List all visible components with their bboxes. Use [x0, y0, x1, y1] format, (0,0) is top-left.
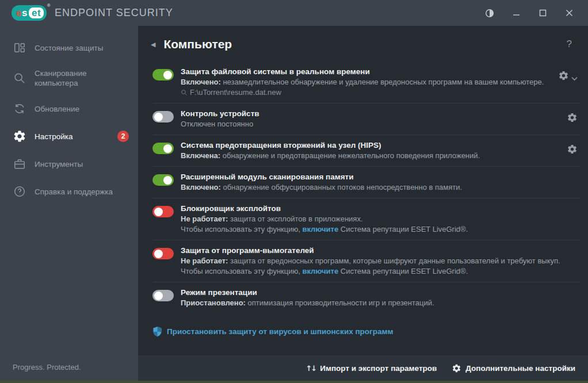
setting-row-device-control: Контроль устройств Отключен постоянно — [152, 104, 580, 135]
tagline: Progress. Protected. — [13, 363, 81, 371]
toggle-hips[interactable] — [152, 143, 174, 154]
main-content: ◀ Компьютер ? Защита файловой системы в … — [138, 26, 588, 381]
settings-list: Защита файловой системы в реальном време… — [152, 62, 580, 313]
tools-icon — [13, 157, 26, 171]
help-question-icon[interactable]: ? — [567, 39, 572, 50]
minimize-button[interactable] — [505, 5, 527, 22]
setting-status: Включена: обнаружение и предотвращение н… — [181, 151, 560, 161]
setting-row-ransomware-shield: Защита от программ-вымогателей Не работа… — [152, 240, 580, 282]
setting-title: Защита файловой системы в реальном време… — [181, 67, 551, 77]
content-header: ◀ Компьютер ? — [138, 26, 588, 59]
gear-icon — [452, 363, 461, 373]
chevron-down-icon[interactable] — [571, 70, 578, 83]
desktop-background-strip — [0, 381, 588, 383]
row-gear-icon[interactable] — [558, 70, 569, 81]
setup-gear-icon — [13, 129, 26, 143]
setting-title: Система предотвращения вторжений на узел… — [181, 140, 560, 151]
sidebar-item-computer-scan[interactable]: Сканирование компьютера — [0, 62, 138, 95]
setting-title: Режим презентации — [181, 288, 578, 298]
sidebar-item-label: Состояние защиты — [35, 43, 103, 53]
setting-row-realtime-protection: Защита файловой системы в реальном време… — [152, 62, 580, 104]
sidebar-item-label: Инструменты — [35, 159, 83, 169]
shield-icon — [152, 326, 162, 337]
toggle-memory-scanner[interactable] — [152, 174, 174, 186]
pause-protection-label: Приостановить защиту от вирусов и шпионс… — [167, 327, 393, 336]
advanced-setup-label: Дополнительные настройки — [465, 364, 575, 373]
sidebar-item-help[interactable]: Справка и поддержка — [0, 178, 138, 205]
setting-status: Включено: незамедлительное обнаружение и… — [181, 77, 551, 87]
app-window: es et ® ENDPOINT SECURITY — [0, 0, 588, 383]
magnifier-icon — [181, 89, 188, 96]
sidebar: Состояние защиты Сканирование компьютера… — [0, 26, 138, 381]
titlebar: es et ® ENDPOINT SECURITY — [0, 0, 588, 26]
toggle-exploit-blocker[interactable] — [152, 206, 174, 217]
help-icon — [13, 185, 26, 198]
update-icon — [13, 102, 26, 116]
import-export-label: Импорт и экспорт параметров — [320, 364, 437, 373]
setting-status: Приостановлено: оптимизация производител… — [181, 298, 578, 308]
sidebar-item-setup[interactable]: Настройка 2 — [0, 122, 138, 150]
sidebar-item-tools[interactable]: Инструменты — [0, 150, 138, 178]
sidebar-item-label: Справка и поддержка — [35, 187, 113, 197]
logo-text-left: es — [16, 7, 28, 19]
sidebar-item-update[interactable]: Обновление — [0, 95, 138, 122]
setting-row-hips: Система предотвращения вторжений на узел… — [152, 135, 580, 167]
app-title: ENDPOINT SECURITY — [55, 7, 173, 19]
window-controls — [479, 5, 580, 22]
protection-status-icon — [13, 41, 26, 55]
sidebar-item-protection-status[interactable]: Состояние защиты — [0, 34, 138, 62]
sidebar-item-label: Обновление — [35, 104, 79, 114]
setting-hint: Чтобы использовать эту функцию, включите… — [181, 224, 578, 235]
setting-row-exploit-blocker: Блокировщик эксплойтов Не работает: защи… — [152, 198, 580, 240]
import-export-button[interactable]: ↑↓ Импорт и экспорт параметров — [306, 364, 437, 373]
setting-title: Блокировщик эксплойтов — [181, 204, 578, 214]
toggle-device-control[interactable] — [152, 111, 174, 122]
advanced-setup-button[interactable]: Дополнительные настройки — [452, 363, 575, 373]
theme-toggle-icon[interactable] — [479, 5, 501, 22]
setting-title: Защита от программ-вымогателей — [181, 246, 578, 256]
sidebar-item-label: Настройка — [35, 132, 72, 141]
eset-logo: es et ® — [12, 5, 47, 21]
setting-status: Не работает: защита от вредоносных прогр… — [181, 256, 578, 266]
pause-protection-link[interactable]: Приостановить защиту от вирусов и шпионс… — [152, 326, 588, 337]
setting-status: Не работает: защита от эксплойтов в прил… — [181, 214, 578, 224]
setting-title: Контроль устройств — [181, 109, 560, 119]
logo-text-right: et — [29, 7, 44, 18]
setting-status: Включено: обнаружение обфусцированных по… — [181, 182, 578, 193]
enable-livegrid-link[interactable]: включите — [302, 225, 338, 233]
setting-title: Расширенный модуль сканирования памяти — [181, 172, 578, 182]
computer-scan-icon — [13, 71, 26, 85]
toggle-presentation-mode[interactable] — [152, 290, 174, 301]
setting-row-memory-scanner: Расширенный модуль сканирования памяти В… — [152, 167, 580, 198]
scanned-file-path: F:\uTorrent\resume.dat.new — [181, 87, 551, 98]
row-gear-icon[interactable] — [567, 112, 578, 123]
toggle-realtime-protection[interactable] — [152, 69, 174, 81]
import-export-icon: ↑↓ — [306, 364, 316, 373]
close-button[interactable] — [558, 5, 580, 22]
setting-row-presentation-mode: Режим презентации Приостановлено: оптими… — [152, 282, 580, 313]
sidebar-item-label: Сканирование компьютера — [35, 68, 115, 88]
toggle-ransomware-shield[interactable] — [152, 248, 174, 259]
maximize-button[interactable] — [532, 5, 553, 22]
content-footer: ↑↓ Импорт и экспорт параметров Дополните… — [138, 355, 588, 381]
back-arrow-icon[interactable]: ◀ — [148, 39, 158, 51]
row-gear-icon[interactable] — [567, 144, 578, 155]
setting-status: Отключен постоянно — [181, 119, 560, 129]
page-title: Компьютер — [163, 37, 232, 51]
registered-mark: ® — [47, 3, 51, 8]
enable-livegrid-link[interactable]: включите — [302, 267, 338, 275]
setting-hint: Чтобы использовать эту функцию, включите… — [181, 266, 578, 277]
setup-notification-badge: 2 — [117, 131, 129, 142]
